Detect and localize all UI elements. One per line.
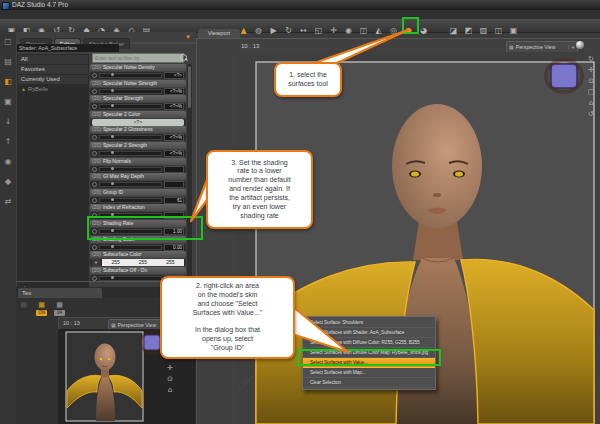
- node-icon[interactable]: ◎: [386, 24, 401, 37]
- param-value[interactable]: <?>%: [164, 150, 184, 157]
- spot-render-tool-icon[interactable]: ◫: [356, 24, 371, 37]
- viewport-timestamp: 10 : 13: [241, 40, 259, 52]
- viewport-control-pan-icon[interactable]: ✛: [164, 363, 176, 374]
- slider-track[interactable]: [99, 167, 162, 172]
- param-slider: <?>%: [90, 150, 186, 157]
- slider-handle[interactable]: [111, 73, 114, 76]
- render-icon[interactable]: ▣: [506, 24, 521, 37]
- smooth-shaded-icon[interactable]: ◩: [461, 24, 476, 37]
- viewport-control-pan-icon[interactable]: ✛: [585, 65, 597, 76]
- viewport-control-home-icon[interactable]: ⌂: [585, 98, 597, 109]
- param-group-id: (20)Group ID61: [90, 189, 186, 204]
- open-folder-icon[interactable]: ◧: [0, 72, 16, 92]
- grid-icon: ▦: [509, 44, 514, 50]
- param-value[interactable]: [164, 166, 184, 173]
- layers-icon[interactable]: ▤: [0, 52, 16, 72]
- mini-viewport-timestamp: 10 : 13: [63, 318, 80, 329]
- filter-all[interactable]: All: [18, 55, 88, 64]
- slider-handle[interactable]: [111, 89, 114, 92]
- panel-menu-icon[interactable]: ▼: [183, 33, 193, 42]
- viewport-control-zoom-icon[interactable]: ⊙: [585, 76, 597, 87]
- scene-tree-item[interactable]: ▲RyBelle: [18, 85, 88, 94]
- slider-track[interactable]: [99, 245, 162, 250]
- world-coords-icon[interactable]: ◍: [251, 24, 266, 37]
- param-slider: [90, 181, 186, 188]
- slider-knob-icon: [92, 104, 97, 109]
- new-file-icon[interactable]: ▢: [0, 32, 16, 52]
- universal-tool-icon[interactable]: ✛: [326, 24, 341, 37]
- param-value[interactable]: <?>%: [164, 103, 184, 110]
- param-header: (20)Specular Strength: [90, 95, 186, 102]
- primitive-icon[interactable]: ◆: [0, 172, 16, 192]
- param-value[interactable]: 0.00: [164, 244, 184, 251]
- slider-handle[interactable]: [111, 245, 114, 248]
- draw-style-icon[interactable]: [576, 41, 584, 49]
- viewport-control-frame-icon[interactable]: ▢: [585, 87, 597, 98]
- camera-cube-icon[interactable]: ◫: [491, 24, 506, 37]
- active-pose-tool-icon[interactable]: ◉: [341, 24, 356, 37]
- color-dropdown-icon[interactable]: ▼: [92, 259, 100, 266]
- param-slider: <?>: [90, 72, 186, 79]
- filter-search-input[interactable]: [92, 53, 184, 63]
- rotate-tool-icon[interactable]: ↻: [281, 24, 296, 37]
- param-value[interactable]: [164, 181, 184, 188]
- resolution-toggle[interactable]: ▦04: [54, 301, 65, 317]
- slider-handle[interactable]: [111, 135, 114, 138]
- context-item-select-surface-shoulders[interactable]: Select Surface: Shoulders: [303, 318, 435, 328]
- context-item-select-surfaces-with-shader-aoa-subsurface[interactable]: Select Surfaces with Shader: AoA_Subsurf…: [303, 328, 435, 338]
- scrollbar-thumb[interactable]: [188, 66, 191, 108]
- color-swatch[interactable]: <?>: [92, 119, 184, 126]
- swap-icon[interactable]: ⇄: [0, 192, 16, 212]
- viewport-control-reset-icon[interactable]: ↺: [585, 109, 597, 120]
- rgb-values[interactable]: 255255255: [102, 259, 184, 266]
- slider-handle[interactable]: [111, 167, 114, 170]
- tab-tex[interactable]: Tex: [18, 288, 102, 298]
- context-item-select-surfaces-with-map[interactable]: Select Surfaces with Map...: [303, 368, 435, 378]
- import-icon[interactable]: ↓: [0, 112, 16, 132]
- slider-handle[interactable]: [111, 151, 114, 154]
- layer-icon: ▦: [36, 301, 47, 309]
- param-value[interactable]: <?>: [164, 72, 184, 79]
- context-item-select-surfaces-with-diffuse-color-r255-g2[interactable]: Select Surfaces with Diffuse Color: R255…: [303, 338, 435, 348]
- camera-tool-icon[interactable]: ◭: [371, 24, 386, 37]
- layer-off-icon[interactable]: ▦: [18, 301, 29, 309]
- viewport-control-zoom-icon[interactable]: ⊙: [164, 374, 176, 385]
- translate-tool-icon[interactable]: ↔: [296, 24, 311, 37]
- param-label: Subsurface Off - On: [103, 267, 147, 274]
- slider-track[interactable]: [99, 89, 162, 94]
- app-icon: [2, 2, 10, 10]
- slider-track[interactable]: [99, 135, 162, 140]
- save-icon[interactable]: ▣: [0, 92, 16, 112]
- grid-icon: ▦: [111, 322, 116, 328]
- resolution-toggle[interactable]: ▦ON: [36, 301, 47, 317]
- figure-icon[interactable]: ◉: [0, 152, 16, 172]
- chevron-down-icon: ▼: [568, 45, 575, 50]
- filter-favorites[interactable]: Favorites: [18, 65, 88, 74]
- slider-track[interactable]: [99, 73, 162, 78]
- param-value[interactable]: 61: [164, 197, 184, 204]
- slider-handle[interactable]: [111, 182, 114, 185]
- param-value[interactable]: <?>%: [164, 134, 184, 141]
- slider-handle[interactable]: [111, 276, 114, 279]
- texture-shaded-icon[interactable]: ◪: [446, 24, 461, 37]
- filter-currently-used[interactable]: Currently Used: [18, 75, 88, 84]
- param-label: Specular Noise Strength: [103, 80, 157, 87]
- viewport-control-orbit-icon[interactable]: ↻: [585, 54, 597, 65]
- param-slider: <?>%: [90, 88, 186, 95]
- viewport-control-home-icon[interactable]: ⌂: [164, 385, 176, 396]
- slider-handle[interactable]: [111, 198, 114, 201]
- slider-track[interactable]: [99, 182, 162, 187]
- tab-viewport[interactable]: Viewport: [198, 29, 240, 38]
- slider-handle[interactable]: [111, 104, 114, 107]
- slider-track[interactable]: [99, 151, 162, 156]
- slider-knob-icon: [92, 245, 97, 250]
- node-selection-tool-icon[interactable]: ▶: [266, 24, 281, 37]
- param-value[interactable]: <?>%: [164, 88, 184, 95]
- slider-track[interactable]: [99, 104, 162, 109]
- context-item-clear-selection[interactable]: Clear Selection: [303, 378, 435, 388]
- scale-tool-icon[interactable]: ◱: [311, 24, 326, 37]
- export-icon[interactable]: ↑: [0, 132, 16, 152]
- param-specular-2-color: (20)Specular 2 Color<?>: [90, 111, 186, 126]
- slider-track[interactable]: [99, 198, 162, 203]
- wireframe-icon[interactable]: ▨: [476, 24, 491, 37]
